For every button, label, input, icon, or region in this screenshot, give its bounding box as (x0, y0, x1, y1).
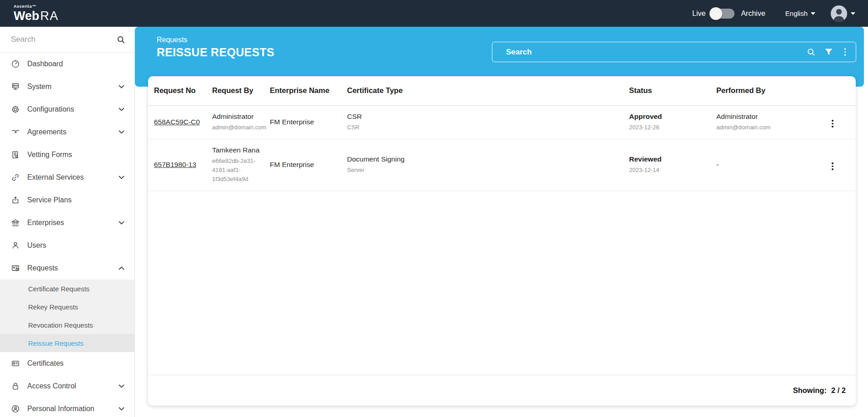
submenu-item-rekey-requests[interactable]: Rekey Requests (0, 298, 134, 316)
submenu-item-label: Revocation Requests (28, 321, 93, 329)
brand-web: Web (14, 9, 40, 23)
request-by-id: e66e82db-2e31-4191-aaf1-1f3d53ef4a9d (212, 157, 266, 184)
sidebar-item-label: Users (27, 241, 124, 250)
document-search-icon (11, 150, 20, 159)
sidebar-item-access-control[interactable]: Access Control (0, 375, 134, 397)
certificate-icon (11, 359, 20, 368)
more-options-icon[interactable] (842, 46, 849, 58)
request-no-link[interactable]: 657B1980-13 (154, 161, 196, 168)
person-silhouette-icon (831, 5, 847, 22)
col-certificate-type: Certificate Type (347, 76, 629, 105)
sidebar-item-label: Access Control (27, 382, 119, 390)
page-title: REISSUE REQUESTS (157, 46, 274, 59)
status-value: Approved (629, 113, 713, 121)
certificate-subtype: Server (347, 166, 625, 175)
link-icon (11, 173, 20, 182)
sidebar-item-label: Certificates (27, 359, 124, 368)
box-arrow-up-icon (11, 196, 20, 205)
sidebar-item-enterprises[interactable]: Enterprises (0, 211, 134, 234)
table-search[interactable] (492, 42, 856, 62)
handshake-icon (11, 128, 20, 137)
sidebar: Dashboard System Configurations (0, 27, 135, 417)
requests-table-card: Request No Request By Enterprise Name Ce… (148, 76, 856, 406)
enterprise-name: FM Enterprise (270, 161, 343, 169)
col-request-no: Request No (148, 76, 212, 105)
language-selector[interactable]: English (785, 10, 815, 17)
brand-ra: RA (40, 9, 59, 23)
row-actions-icon[interactable] (829, 161, 836, 172)
showing-value: 2 / 2 (831, 386, 846, 395)
sidebar-item-vetting-forms[interactable]: Vetting Forms (0, 143, 134, 166)
table-footer: Showing: 2 / 2 (148, 375, 856, 406)
status-value: Reviewed (629, 155, 713, 163)
sidebar-item-certificates[interactable]: Certificates (0, 352, 134, 375)
search-icon[interactable] (807, 48, 816, 57)
dashboard-icon (11, 59, 20, 69)
table-header-row: Request No Request By Enterprise Name Ce… (148, 76, 856, 105)
avatar[interactable] (831, 5, 847, 22)
top-navbar: Ascertia™ WebRA Live Archive English (0, 0, 868, 27)
sidebar-item-system[interactable]: System (0, 75, 134, 98)
submenu-item-label: Rekey Requests (28, 303, 78, 311)
status-date: 2023-12-26 (629, 123, 713, 132)
sidebar-item-label: Vetting Forms (27, 151, 124, 159)
sidebar-item-dashboard[interactable]: Dashboard (0, 53, 134, 75)
row-actions-icon[interactable] (829, 118, 836, 129)
sidebar-item-label: Service Plans (27, 196, 124, 204)
certificate-type: CSR (347, 113, 625, 121)
brand-ascertia: Ascertia™ (14, 5, 59, 9)
chevron-down-icon (119, 176, 124, 179)
request-by: Administrator (212, 113, 266, 121)
showing-label: Showing: (793, 386, 827, 395)
submenu-item-revocation-requests[interactable]: Revocation Requests (0, 316, 134, 334)
person-circle-icon (11, 404, 20, 413)
request-no-link[interactable]: 658AC59C-C0 (154, 118, 200, 126)
live-archive-toggle[interactable] (711, 9, 734, 19)
user-menu[interactable] (831, 5, 855, 22)
sidebar-search-input[interactable] (10, 34, 117, 44)
submenu-item-certificate-requests[interactable]: Certificate Requests (0, 280, 134, 298)
sidebar-item-configurations[interactable]: Configurations (0, 98, 134, 121)
filter-icon[interactable] (825, 49, 833, 55)
main-content: Requests REISSUE REQUESTS (135, 27, 868, 417)
sidebar-search[interactable] (0, 27, 134, 53)
sidebar-item-label: Requests (27, 264, 119, 272)
sidebar-item-external-services[interactable]: External Services (0, 166, 134, 189)
certificate-subtype: CSR (347, 123, 625, 132)
search-icon[interactable] (117, 35, 125, 44)
submenu-item-label: Reissue Requests (28, 339, 84, 347)
submenu-item-reissue-requests[interactable]: Reissue Requests (0, 334, 134, 352)
certificate-type: Document Signing (347, 155, 625, 163)
submenu-item-label: Certificate Requests (28, 285, 89, 293)
performed-by-email: admin@domain.com (716, 123, 809, 132)
table-search-input[interactable] (505, 47, 807, 57)
sidebar-item-users[interactable]: Users (0, 234, 134, 257)
requests-submenu: Certificate Requests Rekey Requests Revo… (0, 280, 134, 352)
chevron-down-icon (119, 384, 124, 388)
chevron-down-icon (851, 12, 855, 15)
col-request-by: Request By (212, 76, 270, 105)
sidebar-item-label: Agreements (27, 128, 119, 136)
sidebar-item-service-plans[interactable]: Service Plans (0, 189, 134, 211)
status-date: 2023-12-14 (629, 166, 713, 175)
sidebar-item-requests[interactable]: Requests (0, 257, 134, 280)
sidebar-item-personal-information[interactable]: Personal Information (0, 397, 134, 417)
enterprise-name: FM Enterprise (270, 118, 343, 126)
toggle-knob[interactable] (709, 7, 722, 20)
col-enterprise-name: Enterprise Name (270, 76, 347, 105)
performed-by: Administrator (716, 113, 809, 121)
chevron-down-icon (119, 108, 124, 111)
sidebar-item-agreements[interactable]: Agreements (0, 121, 134, 143)
requests-table: Request No Request By Enterprise Name Ce… (148, 76, 856, 191)
chevron-down-icon (119, 221, 124, 225)
performed-by: - (716, 161, 809, 169)
person-icon (11, 241, 20, 250)
col-actions (813, 76, 856, 105)
gear-icon (11, 105, 20, 114)
request-by-email: admin@domain.com (212, 123, 266, 132)
table-row: 657B1980-13 Tamkeen Rana e66e82db-2e31-4… (148, 139, 856, 191)
sidebar-item-label: External Services (27, 173, 119, 182)
bank-icon (11, 218, 20, 227)
sidebar-item-label: Dashboard (27, 60, 124, 68)
chevron-down-icon (811, 12, 815, 15)
